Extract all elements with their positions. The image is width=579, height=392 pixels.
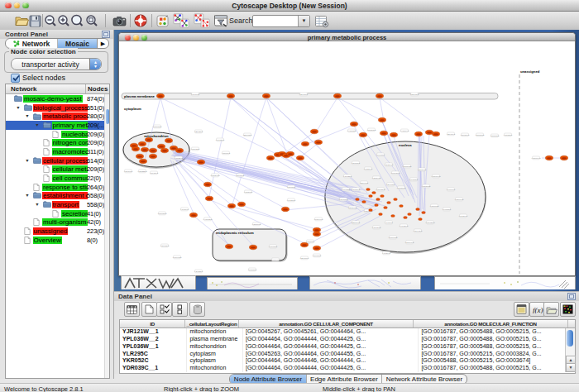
tree-row-transport[interactable]: ▼transport558(0) — [6, 200, 109, 209]
graph-node-small[interactable] — [400, 205, 404, 208]
new-attribute-icon[interactable] — [141, 302, 157, 317]
table-cell[interactable]: YKR052C — [120, 357, 187, 365]
table-row-YLR295C[interactable]: YLR295Ccytoplasm[GO:0045263, GO:0044464,… — [120, 351, 575, 358]
zoom-selected-icon[interactable] — [84, 12, 100, 29]
snapshot-camera-icon[interactable] — [111, 12, 127, 29]
table-vertical-scrollbar[interactable]: ▲ ▼ — [565, 328, 575, 372]
tree-expand-icon[interactable]: ▼ — [25, 194, 29, 198]
table-cell[interactable]: YJR121W__1 — [120, 328, 187, 336]
table-cell[interactable]: plasma membrane — [187, 336, 243, 343]
graph-node-small[interactable] — [372, 192, 376, 194]
graph-node-small[interactable] — [408, 213, 412, 216]
table-cell[interactable]: YLR295C — [120, 351, 187, 358]
delete-attribute-icon[interactable] — [189, 302, 205, 317]
help-lifering-icon[interactable] — [132, 12, 149, 29]
graph-node-small[interactable] — [369, 195, 373, 198]
tree-row-metabolic-process[interactable]: ▼metabolic process280(0) — [6, 112, 109, 121]
table-row-YKR052C[interactable]: YKR052Ccytoplasm[GO:0044464, GO:0044446,… — [120, 357, 575, 365]
table-cell[interactable]: [GO:0016787, GO:0005488, GO:0005215, G..… — [419, 328, 575, 336]
search-options-icon[interactable] — [313, 12, 330, 29]
graph-node-small[interactable] — [366, 189, 371, 191]
table-cell[interactable]: mitochondrion — [187, 365, 243, 372]
tree-row-nitrogen-compound-met[interactable]: nitrogen compound met209(0) — [6, 138, 109, 147]
data-panel-float-icon[interactable] — [567, 293, 576, 300]
table-cell[interactable]: [GO:0016787, GO:0005488, GO:0005215, G..… — [419, 365, 575, 372]
tree-expand-icon[interactable]: ▼ — [35, 122, 39, 127]
filter-window-icon[interactable] — [213, 12, 229, 29]
table-cell[interactable]: [GO:0005488, GO:0005215, GO:0003674] — [419, 357, 575, 365]
import-attributes-icon[interactable] — [543, 302, 559, 317]
tree-row-cellular-process[interactable]: ▼cellular process614(0) — [6, 156, 109, 165]
table-row-YDR039C__1[interactable]: YDR039C__1mitochondrion[GO:0044464, GO:0… — [120, 365, 575, 372]
graph-node-small[interactable] — [384, 207, 388, 209]
select-nodes-checkbox[interactable] — [11, 74, 20, 83]
tree-row-establishment-of-loc[interactable]: ▼establishment of loc558(0) — [6, 191, 109, 200]
tree-expand-icon[interactable]: ▼ — [25, 158, 29, 162]
tab-mosaic[interactable]: Mosaic — [58, 39, 98, 48]
combobox-stepper-icon[interactable]: ▲▼ — [89, 59, 101, 69]
tree-row-cell-communication[interactable]: cell communication22(0) — [6, 174, 109, 183]
network-graph[interactable]: plasma membranecytoplasmmitochondrionnuc… — [119, 41, 573, 275]
graph-node-small[interactable] — [394, 198, 398, 201]
scroll-down-icon[interactable]: ▼ — [566, 363, 576, 372]
tree-row-overview[interactable]: Overview8(0) — [6, 236, 109, 245]
column-header-nodes[interactable]: Nodes — [88, 85, 108, 93]
search-input[interactable]: ▼ — [252, 15, 310, 27]
tree-expand-icon[interactable]: ▼ — [16, 105, 20, 109]
table-cell[interactable]: YPL036W__1 — [120, 343, 187, 351]
tree-row-secretion[interactable]: secretion41(0) — [6, 209, 109, 218]
table-cell[interactable]: YDR039C__1 — [120, 365, 187, 372]
graph-node-small[interactable] — [422, 212, 426, 214]
attribute-grid-icon[interactable] — [124, 302, 140, 317]
graph-node-small[interactable] — [416, 208, 420, 211]
table-cell[interactable]: mitochondrion — [187, 343, 243, 351]
tree-scrollbar-thumb[interactable] — [106, 109, 109, 124]
table-cell[interactable]: [GO:0045267, GO:0045261, GO:0044464, G..… — [243, 328, 419, 336]
table-row-YPL036W__2[interactable]: YPL036W__2plasma membrane[GO:0044464, GO… — [120, 336, 575, 343]
tree-row-macromolecule-metab[interactable]: macromolecule metab311(0) — [6, 147, 109, 156]
graph-node-small[interactable] — [391, 215, 395, 218]
table-cell[interactable]: [GO:0045263, GO:0044464, GO:0044455, G..… — [243, 351, 419, 358]
tree-row-primary-metabolic-process[interactable]: ▼primary metabolic process209(... — [6, 121, 109, 130]
save-icon[interactable] — [26, 12, 43, 29]
graph-node-small[interactable] — [376, 198, 380, 201]
column-header-0[interactable]: ID — [120, 320, 185, 327]
tree-row-biological-process[interactable]: ▼biological_process651(0) — [6, 103, 109, 112]
graph-node-small[interactable] — [375, 204, 379, 207]
background-window-3[interactable] — [309, 276, 421, 289]
table-cell[interactable]: [GO:0044464, GO:0044444, GO:0044425, G..… — [243, 336, 419, 343]
layout-network-1-icon[interactable] — [173, 12, 189, 29]
table-cell[interactable]: [GO:0016787, GO:0005488, GO:0005215, G..… — [419, 343, 575, 351]
float-panel-icon[interactable] — [102, 31, 110, 38]
tree-row-mosaic-demo-yeast[interactable]: mosaic-demo-yeast874(0) — [6, 94, 109, 103]
tab-overflow-arrow-icon[interactable]: ▶ — [98, 39, 108, 48]
graph-node-small[interactable] — [362, 201, 366, 203]
tree-row-multi-organism-proc[interactable]: multi-organism proc42(0) — [6, 218, 109, 227]
table-cell[interactable]: cytoplasm — [187, 357, 243, 365]
table-row-YJR121W__1[interactable]: YJR121W__1mitochondrion[GO:0045267, GO:0… — [120, 328, 575, 336]
tree-row-cellular-metabolic-pr[interactable]: cellular metabolic pr209(0) — [6, 165, 109, 174]
graph-node-small[interactable] — [380, 195, 385, 198]
background-window-2[interactable] — [207, 277, 298, 289]
tab-network[interactable]: Network — [6, 39, 58, 48]
table-cell[interactable]: mitochondrion — [187, 328, 243, 336]
graph-node-small[interactable] — [419, 218, 423, 221]
tree-row-unassigned[interactable]: unassigned223(0) — [6, 227, 109, 236]
tree-expand-icon[interactable]: ▼ — [35, 202, 39, 206]
tree-row-nucleobase-containing[interactable]: nucleobase-containing209(0) — [6, 130, 109, 139]
background-window-4[interactable] — [434, 276, 576, 289]
table-scrollbar-thumb[interactable] — [567, 330, 573, 347]
column-header-2[interactable]: annotation.GO CELLULAR_COMPONENT — [239, 320, 414, 327]
compartment-plasma-membrane[interactable] — [122, 93, 498, 100]
graph-node-small[interactable] — [379, 213, 383, 216]
heatmap-view-icon[interactable] — [560, 302, 576, 317]
background-window-1[interactable] — [121, 275, 196, 289]
column-header-3[interactable]: annotation.GO MOLECULAR_FUNCTION — [414, 320, 568, 327]
table-cell[interactable]: YPL036W__2 — [120, 336, 187, 343]
network-window-titlebar[interactable]: primary metabolic process — [119, 33, 575, 41]
zoom-fit-icon[interactable] — [69, 12, 85, 29]
table-row-YPL036W__1[interactable]: YPL036W__1mitochondrion[GO:0044464, GO:0… — [120, 343, 575, 351]
column-header-network[interactable]: Network — [11, 85, 37, 93]
table-cell[interactable]: [GO:0016787, GO:0005488, GO:0005215, G..… — [419, 336, 575, 343]
table-cell[interactable]: [GO:0016787, GO:0005215, GO:0003824, G..… — [419, 351, 575, 358]
